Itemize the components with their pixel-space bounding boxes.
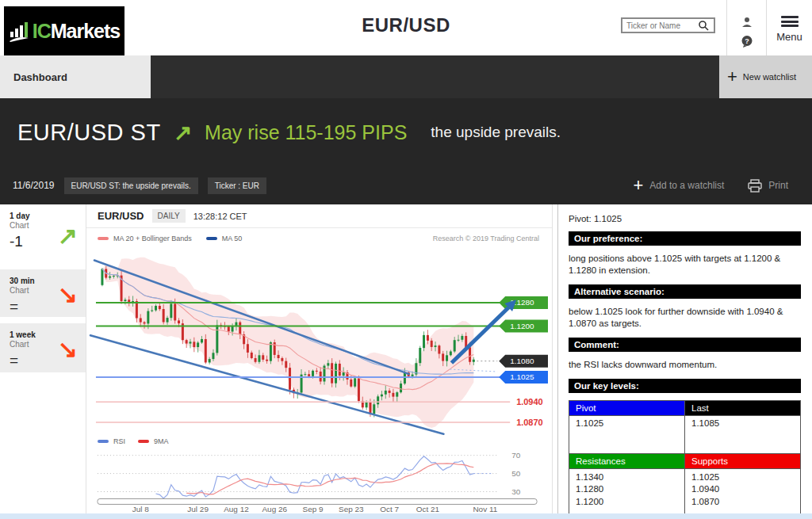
svg-text:Oct 21: Oct 21 xyxy=(416,505,440,513)
banner-subtitle: the upside prevails. xyxy=(431,124,561,141)
new-watchlist-label: New watchlist xyxy=(743,72,796,82)
menu-label: Menu xyxy=(776,31,802,43)
section-body-comment: the RSI lacks downward momentum. xyxy=(569,359,801,371)
new-watchlist-button[interactable]: + New watchlist xyxy=(719,55,812,98)
tile-period: 1 day xyxy=(10,212,30,220)
user-icon[interactable] xyxy=(741,16,753,29)
timeframe-tile-30min[interactable]: 30 min Chart = ↘ xyxy=(0,269,86,317)
tile-period: 1 week xyxy=(10,330,36,339)
key-levels-table: Pivot Last 1.1025 1.1085 Resistances Sup… xyxy=(569,400,801,518)
timeframe-tile-1week[interactable]: 1 week Chart = ↘ xyxy=(0,323,86,372)
search-input[interactable] xyxy=(626,21,698,30)
ticker-chip[interactable]: Ticker : EUR xyxy=(208,177,266,194)
section-title-alternative: Alternative scenario: xyxy=(569,284,801,299)
chart-watermark: Research © 2019 Trading Central xyxy=(433,235,539,242)
rsi-swatch-icon xyxy=(98,440,109,443)
bottom-scroll-strip[interactable] xyxy=(0,513,812,519)
section-body-preference: long positions above 1.1025 with targets… xyxy=(569,253,801,277)
chart-panel: EUR/USD DAILY 13:28:12 CET MA 20 + Bolli… xyxy=(86,204,553,513)
supports-header-cell: Supports xyxy=(685,453,801,468)
section-title-preference: Our preference: xyxy=(569,231,801,246)
chart-interval-chip[interactable]: DAILY xyxy=(152,209,186,223)
svg-text:Sep 23: Sep 23 xyxy=(339,505,364,513)
page: ICMarkets EUR/USD xyxy=(0,0,812,519)
svg-text:Oct 7: Oct 7 xyxy=(380,505,399,513)
section-body-alternative: below 1.1025 look for further downside w… xyxy=(569,306,801,330)
timeframe-rail: 1 day Chart -1 ↗ 30 min Chart = ↘ 1 week… xyxy=(0,204,86,513)
rsi-legend: RSI 9MA xyxy=(98,437,169,445)
section-title-comment: Comment: xyxy=(569,338,801,352)
chart-symbol: EUR/USD xyxy=(98,210,144,222)
up-trend-arrow-icon: ↗ xyxy=(174,120,192,146)
add-to-watchlist-button[interactable]: + Add to a watchlist xyxy=(633,177,724,194)
down-arrow-icon: ↘ xyxy=(58,283,78,307)
down-arrow-icon: ↘ xyxy=(58,338,78,361)
tile-value: = xyxy=(10,298,35,315)
chart-time: 13:28:12 CET xyxy=(193,212,247,221)
ma50-swatch-icon xyxy=(206,237,217,240)
banner-actions: + Add to a watchlist Print xyxy=(633,177,799,194)
tile-value: = xyxy=(10,352,36,369)
legend-ma50: MA 50 xyxy=(206,235,243,242)
print-label: Print xyxy=(768,180,788,191)
tile-period: 30 min xyxy=(10,277,35,285)
pivot-value-cell: 1.1025 xyxy=(569,415,685,453)
svg-text:1.1080: 1.1080 xyxy=(510,357,534,365)
resistances-header-cell: Resistances xyxy=(569,453,685,468)
analysis-panel: Pivot: 1.1025 Our preference: long posit… xyxy=(557,204,812,513)
svg-text:50: 50 xyxy=(511,469,521,478)
svg-text:70: 70 xyxy=(511,451,521,460)
price-chart: 1.12801.12001.10801.10251.09401.08707050… xyxy=(86,244,552,513)
section-title-key-levels: Our key levels: xyxy=(569,379,801,393)
search-box xyxy=(621,17,715,33)
svg-text:Aug 26: Aug 26 xyxy=(262,505,287,513)
menu-button[interactable]: Menu xyxy=(766,0,812,55)
chart-header: EUR/USD DAILY 13:28:12 CET xyxy=(86,204,552,228)
top-bar: ICMarkets EUR/USD xyxy=(0,0,812,55)
legend-rsi-ma: 9MA xyxy=(138,437,169,445)
last-value-cell: 1.1085 xyxy=(685,415,801,453)
banner-signal: May rise 115-195 PIPS xyxy=(205,121,407,144)
pivot-line: Pivot: 1.1025 xyxy=(569,214,801,223)
rsi-ma-swatch-icon xyxy=(138,440,149,443)
tile-chart-label: Chart xyxy=(10,221,30,230)
tile-value: -1 xyxy=(10,233,30,250)
chart-legend: MA 20 + Bollinger Bands MA 50 xyxy=(98,235,242,242)
banner-title: EUR/USD ST xyxy=(17,120,161,146)
menu-icon xyxy=(781,16,799,27)
svg-text:1.0940: 1.0940 xyxy=(516,397,543,406)
signal-banner: EUR/USD ST ↗ May rise 115-195 PIPS the u… xyxy=(0,98,812,204)
svg-text:?: ? xyxy=(745,37,749,45)
resistances-cell: 1.1340 1.1280 1.1200 xyxy=(569,468,685,517)
help-icon[interactable]: ? xyxy=(741,35,753,48)
top-right-controls: ? Menu xyxy=(621,0,812,55)
add-to-watchlist-label: Add to a watchlist xyxy=(649,180,724,191)
up-arrow-icon: ↗ xyxy=(58,224,78,248)
ma20-swatch-icon xyxy=(98,237,109,240)
plus-icon: + xyxy=(727,68,737,86)
banner-date: 11/6/2019 xyxy=(13,180,55,191)
legend-rsi: RSI xyxy=(98,437,125,445)
tab-dashboard[interactable]: Dashboard xyxy=(0,55,151,98)
timeframe-tile-1day[interactable]: 1 day Chart -1 ↗ xyxy=(0,204,86,265)
account-help-column: ? xyxy=(726,0,766,55)
svg-text:1.1200: 1.1200 xyxy=(510,322,534,330)
svg-text:30: 30 xyxy=(511,487,521,496)
story-chip[interactable]: EUR/USD ST: the upside prevails. xyxy=(64,177,198,194)
banner-main: EUR/USD ST ↗ May rise 115-195 PIPS the u… xyxy=(0,98,812,166)
last-header-cell: Last xyxy=(685,400,801,415)
svg-text:Nov 11: Nov 11 xyxy=(473,505,497,513)
print-icon xyxy=(748,179,762,193)
tile-chart-label: Chart xyxy=(10,286,35,295)
svg-text:1.0870: 1.0870 xyxy=(516,418,543,427)
content: 1 day Chart -1 ↗ 30 min Chart = ↘ 1 week… xyxy=(0,204,812,513)
banner-subrow: 11/6/2019 EUR/USD ST: the upside prevail… xyxy=(0,166,812,204)
svg-text:Aug 12: Aug 12 xyxy=(224,505,249,513)
search-icon[interactable] xyxy=(698,20,709,31)
plus-icon: + xyxy=(633,177,643,194)
tile-chart-label: Chart xyxy=(10,340,36,349)
tab-row: Dashboard + New watchlist xyxy=(0,55,812,98)
print-button[interactable]: Print xyxy=(748,179,788,193)
svg-text:Jul 29: Jul 29 xyxy=(187,505,209,513)
supports-cell: 1.1025 1.0940 1.0870 xyxy=(685,468,801,517)
